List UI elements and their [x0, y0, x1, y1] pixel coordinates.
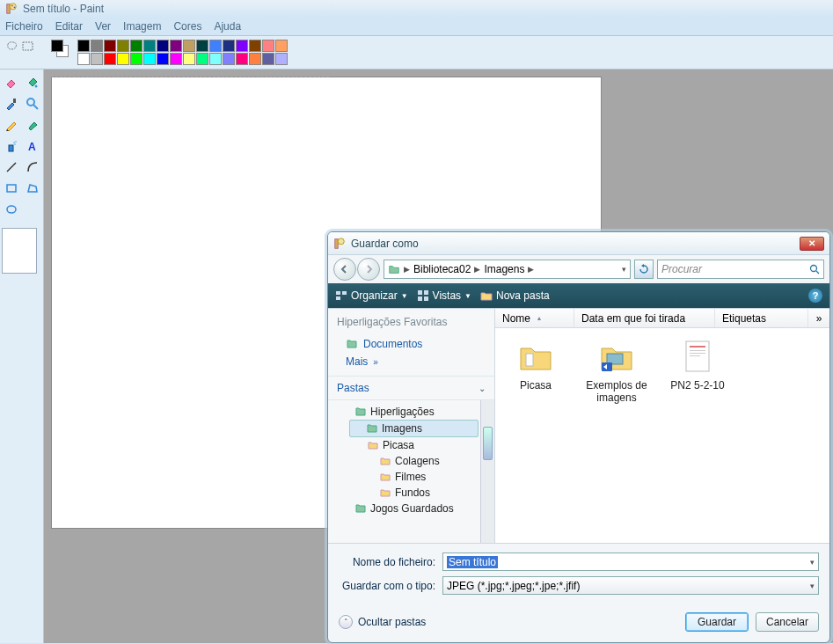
menu-file[interactable]: Ficheiro — [5, 20, 43, 33]
palette-swatch[interactable] — [249, 53, 261, 65]
cancel-button[interactable]: Cancelar — [756, 612, 819, 632]
palette-swatch[interactable] — [91, 53, 103, 65]
tool-spray[interactable] — [2, 136, 21, 156]
tool-rounded-rect[interactable] — [23, 200, 42, 219]
palette-swatch[interactable] — [170, 53, 182, 65]
tool-text[interactable]: A — [23, 136, 42, 156]
palette-swatch[interactable] — [196, 40, 208, 52]
file-pn2[interactable]: PN2 5-2-10 — [666, 337, 729, 392]
tool-eraser[interactable] — [2, 73, 21, 92]
palette-swatch[interactable] — [117, 40, 129, 52]
palette-swatch[interactable] — [130, 53, 142, 65]
palette-swatch[interactable] — [249, 40, 261, 52]
chevron-right-icon[interactable]: ▶ — [474, 265, 480, 274]
palette-swatch[interactable] — [104, 40, 116, 52]
tree-picasa[interactable]: Picasa — [328, 437, 494, 453]
palette-swatch[interactable] — [262, 40, 274, 52]
tool-pencil[interactable] — [2, 115, 21, 135]
tool-polygon[interactable] — [23, 179, 42, 198]
breadcrumb-root[interactable]: Biblioteca02 — [413, 263, 471, 275]
palette-swatch[interactable] — [196, 53, 208, 65]
help-button[interactable]: ? — [808, 289, 822, 303]
filename-input[interactable]: Sem título ▾ — [442, 553, 819, 571]
tool-ellipse[interactable] — [2, 200, 21, 219]
palette-swatch[interactable] — [183, 40, 195, 52]
file-area[interactable]: Picasa Exemplos de imagens PN2 5-2-10 — [495, 328, 829, 543]
svg-rect-6 — [13, 99, 16, 103]
tool-rect[interactable] — [2, 179, 21, 198]
palette-swatch[interactable] — [117, 53, 129, 65]
dialog-titlebar[interactable]: Guardar como ✕ — [328, 232, 829, 255]
tool-picker[interactable] — [2, 94, 21, 113]
search-input[interactable]: Procurar — [657, 260, 824, 279]
save-button[interactable]: Guardar — [685, 612, 749, 632]
close-button[interactable]: ✕ — [800, 237, 824, 251]
palette-swatch[interactable] — [223, 53, 235, 65]
folders-header[interactable]: Pastas ⌄ — [328, 376, 494, 400]
palette-swatch[interactable] — [91, 40, 103, 52]
tree-hiperligacoes[interactable]: Hiperligações — [328, 404, 494, 420]
column-tags[interactable]: Etiquetas — [715, 309, 808, 327]
address-bar[interactable]: ▶ Biblioteca02 ▶ Imagens ▶ ▾ — [384, 260, 631, 279]
file-exemplos[interactable]: Exemplos de imagens — [585, 337, 648, 404]
filetype-select[interactable]: JPEG (*.jpg;*.jpeg;*.jpe;*.jfif) ▾ — [442, 576, 819, 595]
favorite-more[interactable]: Mais » — [328, 353, 494, 370]
column-date[interactable]: Data em que foi tirada — [574, 309, 715, 327]
palette-swatch[interactable] — [170, 40, 182, 52]
palette-swatch[interactable] — [209, 40, 222, 52]
chevron-down-icon[interactable]: ▾ — [810, 582, 815, 590]
tool-brush[interactable] — [23, 115, 42, 135]
favorite-documents[interactable]: Documentos — [328, 335, 494, 353]
new-folder-button[interactable]: Nova pasta — [480, 289, 550, 302]
palette-swatch[interactable] — [209, 53, 222, 65]
refresh-button[interactable] — [634, 260, 654, 279]
tool-line[interactable] — [2, 157, 21, 177]
menu-view[interactable]: Ver — [95, 20, 111, 33]
palette-swatch[interactable] — [130, 40, 142, 52]
palette-swatch[interactable] — [157, 40, 169, 52]
tree-imagens[interactable]: Imagens — [349, 420, 479, 437]
palette-swatch[interactable] — [262, 53, 274, 65]
color-palette[interactable] — [77, 40, 288, 65]
organize-button[interactable]: Organizar ▼ — [335, 289, 408, 302]
palette-swatch[interactable] — [183, 53, 195, 65]
tool-zoom[interactable] — [23, 94, 42, 113]
tool-curve[interactable] — [23, 157, 42, 177]
palette-swatch[interactable] — [236, 53, 248, 65]
palette-swatch[interactable] — [143, 40, 156, 52]
hide-folders-button[interactable]: ˄ Ocultar pastas — [339, 615, 426, 629]
tree-jogos[interactable]: Jogos Guardados — [328, 501, 494, 516]
palette-swatch[interactable] — [157, 53, 169, 65]
file-picasa[interactable]: Picasa — [504, 337, 567, 392]
tool-fill[interactable] — [23, 73, 42, 92]
chevron-right-icon[interactable]: ▶ — [528, 265, 534, 274]
column-name[interactable]: Nome▴ — [495, 309, 574, 327]
tree-filmes[interactable]: Filmes — [328, 469, 494, 485]
tree-fundos[interactable]: Fundos — [328, 485, 494, 501]
tree-colagens[interactable]: Colagens — [328, 453, 494, 469]
palette-swatch[interactable] — [223, 40, 235, 52]
palette-swatch[interactable] — [143, 53, 156, 65]
chevron-down-icon[interactable]: ▾ — [622, 265, 626, 274]
foreground-color[interactable] — [51, 40, 63, 52]
tree-scrollbar[interactable] — [480, 400, 494, 543]
menu-edit[interactable]: Editar — [55, 20, 83, 33]
nav-forward-button[interactable] — [357, 258, 380, 281]
column-more[interactable]: » — [808, 309, 829, 327]
chevron-down-icon[interactable]: ▾ — [810, 558, 815, 567]
chevron-right-icon[interactable]: ▶ — [404, 265, 410, 274]
palette-swatch[interactable] — [275, 53, 288, 65]
palette-swatch[interactable] — [104, 53, 116, 65]
menu-colors[interactable]: Cores — [173, 20, 201, 33]
palette-swatch[interactable] — [275, 40, 288, 52]
menu-image[interactable]: Imagem — [123, 20, 161, 33]
palette-swatch[interactable] — [77, 53, 90, 65]
current-colors[interactable] — [51, 40, 69, 59]
breadcrumb-sub[interactable]: Imagens — [484, 263, 524, 275]
nav-back-button[interactable] — [333, 258, 356, 281]
palette-swatch[interactable] — [236, 40, 248, 52]
folder-tree[interactable]: Hiperligações Imagens Picasa Colagens Fi… — [328, 400, 494, 543]
views-button[interactable]: Vistas ▼ — [417, 289, 471, 302]
palette-swatch[interactable] — [77, 40, 90, 52]
menu-help[interactable]: Ajuda — [214, 20, 241, 33]
